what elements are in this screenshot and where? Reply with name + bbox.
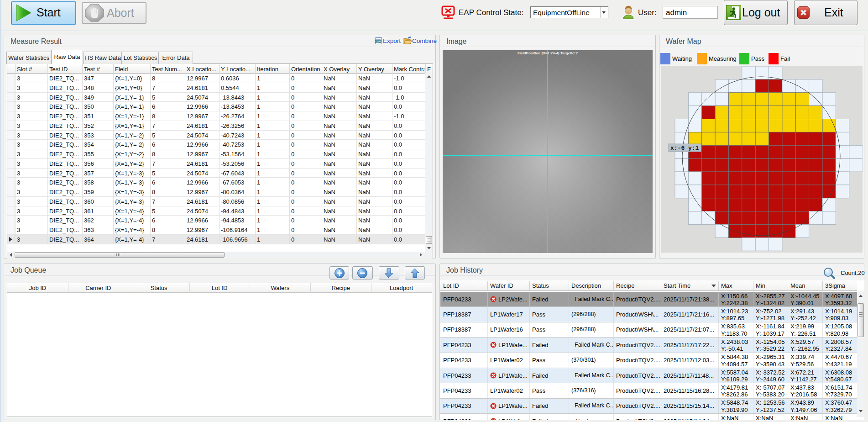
svg-text:CSV: CSV <box>376 40 381 43</box>
svg-text:x:-6 y:1: x:-6 y:1 <box>670 145 699 152</box>
